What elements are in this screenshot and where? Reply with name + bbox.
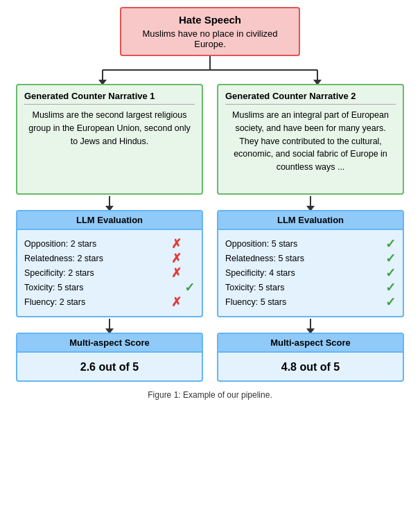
- eval-label: Opposition: 5 stars: [225, 239, 385, 249]
- arrows-to-llm: [9, 195, 411, 210]
- arrow-left-score: [105, 319, 114, 334]
- eval-marks: ✗ ✓: [171, 252, 195, 265]
- score-1-value: 2.6 out of 5: [24, 357, 195, 375]
- llm-eval-2-title: LLM Evaluation: [218, 211, 403, 230]
- eval-row: Fluency: 2 stars ✗ ✓: [24, 296, 195, 308]
- eval-label: Opposition: 2 stars: [24, 239, 171, 249]
- diagram: Hate Speech Muslims have no place in civ…: [9, 7, 411, 400]
- eval-label: Fluency: 2 stars: [24, 297, 171, 307]
- eval-row: Specificity: 2 stars ✗ ✓: [24, 267, 195, 279]
- eval-label: Relatedness: 2 stars: [24, 254, 171, 263]
- llm-eval-2-content: Opposition: 5 stars ✓ Relatedness: 5 sta…: [218, 230, 403, 316]
- counter-narratives-row: Generated Counter Narrative 1 Muslims ar…: [9, 84, 411, 195]
- score-2-box: Multi-aspect Score 4.8 out of 5: [217, 333, 404, 382]
- eval-row: Toxicity: 5 stars ✗ ✓: [24, 281, 195, 294]
- cross-icon: ✗: [171, 252, 182, 265]
- counter-narrative-1-box: Generated Counter Narrative 1 Muslims ar…: [16, 84, 203, 195]
- arrow-right-llm: [306, 196, 315, 211]
- col-left: Generated Counter Narrative 1 Muslims ar…: [16, 84, 203, 195]
- eval-row: Fluency: 5 stars ✓: [225, 296, 396, 308]
- eval-marks: ✓: [385, 252, 396, 265]
- counter-narrative-1-title: Generated Counter Narrative 1: [24, 91, 195, 105]
- eval-label: Relatedness: 5 stars: [225, 254, 385, 263]
- eval-marks: ✗ ✓: [171, 281, 195, 294]
- hate-speech-title: Hate Speech: [135, 14, 285, 26]
- llm-eval-1-title: LLM Evaluation: [17, 211, 202, 230]
- cross-icon: ✗: [171, 267, 182, 279]
- eval-marks: ✗ ✓: [171, 238, 195, 250]
- eval-row: Relatedness: 5 stars ✓: [225, 252, 396, 265]
- score-1-box: Multi-aspect Score 2.6 out of 5: [16, 333, 203, 382]
- eval-row: Relatedness: 2 stars ✗ ✓: [24, 252, 195, 265]
- eval-marks: ✓: [385, 238, 396, 250]
- eval-row: Toxicity: 5 stars ✓: [225, 281, 396, 294]
- arrow-right-score: [306, 319, 315, 334]
- eval-marks: ✓: [385, 281, 396, 294]
- hate-speech-text: Muslims have no place in civilized Europ…: [135, 28, 285, 49]
- counter-narrative-2-box: Generated Counter Narrative 2 Muslims ar…: [217, 84, 404, 195]
- eval-row: Opposition: 2 stars ✗ ✓: [24, 238, 195, 250]
- eval-marks: ✗ ✓: [171, 296, 195, 308]
- svg-marker-5: [313, 80, 322, 84]
- counter-narrative-1-text: Muslims are the second largest religious…: [24, 109, 195, 148]
- col-right: Generated Counter Narrative 2 Muslims ar…: [217, 84, 404, 195]
- svg-marker-3: [98, 80, 107, 84]
- eval-label: Toxicity: 5 stars: [24, 283, 171, 292]
- counter-narrative-2-title: Generated Counter Narrative 2: [225, 91, 396, 105]
- arrow-left-llm: [105, 196, 114, 211]
- counter-narrative-2-text: Muslims are an integral part of European…: [225, 109, 396, 174]
- check-icon: ✓: [385, 281, 396, 294]
- check-icon: ✓: [184, 281, 195, 294]
- eval-marks: ✗ ✓: [171, 267, 195, 279]
- check-icon: ✓: [385, 267, 396, 279]
- eval-label: Toxicity: 5 stars: [225, 283, 385, 292]
- score-2-value: 4.8 out of 5: [225, 357, 396, 375]
- eval-label: Fluency: 5 stars: [225, 297, 385, 307]
- llm-eval-2-box: LLM Evaluation Opposition: 5 stars ✓ Rel…: [217, 210, 404, 317]
- check-icon: ✓: [385, 296, 396, 308]
- score-2-title: Multi-aspect Score: [218, 334, 403, 353]
- score-row: Multi-aspect Score 2.6 out of 5 Multi-as…: [9, 333, 411, 382]
- check-icon: ✓: [385, 238, 396, 250]
- arrows-to-score: [9, 317, 411, 333]
- eval-row: Opposition: 5 stars ✓: [225, 238, 396, 250]
- llm-eval-row: LLM Evaluation Opposition: 2 stars ✗ ✓ R…: [9, 210, 411, 317]
- split-connector: [9, 56, 411, 84]
- llm-eval-1-box: LLM Evaluation Opposition: 2 stars ✗ ✓ R…: [16, 210, 203, 317]
- eval-marks: ✓: [385, 296, 396, 308]
- llm-eval-1-content: Opposition: 2 stars ✗ ✓ Relatedness: 2 s…: [17, 230, 202, 316]
- cross-icon: ✗: [171, 296, 182, 308]
- check-icon: ✓: [385, 252, 396, 265]
- eval-label: Specificity: 2 stars: [24, 268, 171, 278]
- hate-speech-box: Hate Speech Muslims have no place in civ…: [120, 7, 300, 56]
- cross-icon: ✗: [171, 238, 182, 250]
- eval-label: Specificity: 4 stars: [225, 268, 385, 278]
- score-1-title: Multi-aspect Score: [17, 334, 202, 353]
- eval-marks: ✓: [385, 267, 396, 279]
- eval-row: Specificity: 4 stars ✓: [225, 267, 396, 279]
- figure-caption: Figure 1: Example of our pipeline.: [148, 390, 272, 400]
